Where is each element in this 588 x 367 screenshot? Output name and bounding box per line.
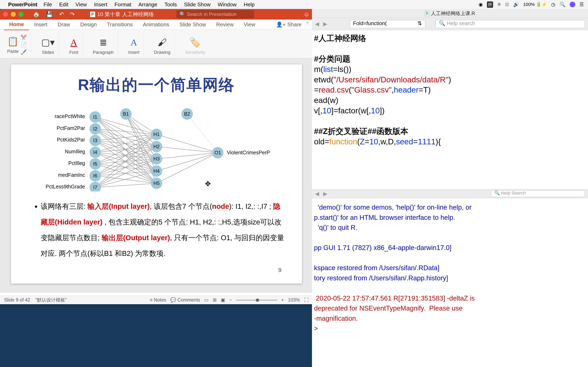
slide-area[interactable]: R输出的一个简单网络 racePctWhite PctFam2Par PctKi…	[0, 58, 313, 293]
zoom-in[interactable]: +	[281, 297, 284, 303]
back-icon[interactable]: ◀	[315, 21, 319, 27]
tab-view[interactable]: View	[239, 19, 260, 30]
input-label-5: medFamInc	[58, 172, 85, 178]
r-code-editor[interactable]: #人工神经网络 #分类问题 m(list=ls()) etwd("/Users/…	[312, 30, 588, 189]
drawing-icon[interactable]: 🖌	[158, 37, 167, 48]
share-button[interactable]: 👤+ Share ˄	[276, 21, 309, 28]
view-normal-icon[interactable]: ▭	[204, 297, 209, 303]
insert-icon[interactable]: A	[130, 37, 137, 48]
neural-network-diagram: racePctWhite PctFam2Par PctKids2Par NumI…	[28, 104, 285, 192]
input-nodes: I1 I2 I3 I4 I5 I6 I7	[89, 111, 101, 192]
font-icon[interactable]: A	[70, 37, 77, 48]
menu-window[interactable]: Window	[218, 1, 236, 8]
tab-design[interactable]: Design	[75, 19, 102, 30]
bluetooth-icon[interactable]: ✱	[497, 2, 501, 7]
help-search-input[interactable]: 🔍 Help search	[435, 20, 585, 28]
wifi-icon[interactable]: ◉᷁	[505, 2, 509, 7]
copy-icon[interactable]: 📄	[21, 42, 27, 48]
tab-insert[interactable]: Insert	[29, 19, 52, 30]
clock-icon[interactable]: ◷	[551, 2, 555, 7]
r-editor-window: R 人工神经网络上课.R ◀ ▶ Fold=function(⇅ 🔍 Help …	[312, 9, 588, 367]
ppt-statusbar: Slide 9 of 42 "默认设计模板" ≡ Notes 💬 Comment…	[0, 296, 313, 304]
paste-icon[interactable]: 📋	[7, 36, 18, 47]
slides-label: Slides	[42, 50, 54, 55]
spotlight-icon[interactable]: 🔍	[559, 2, 566, 7]
document-title: P 10 第十章 人工神经网络	[90, 11, 154, 18]
svg-line-43	[156, 153, 218, 171]
menubar-right-icons: ◉ 拼 ✱ ◉᷁ 🔊 100% 🔋⚡ ◷ 🔍 ☰	[479, 1, 584, 8]
menu-file[interactable]: File	[43, 1, 52, 8]
zoom-slider[interactable]	[236, 300, 277, 300]
menu-insert[interactable]: Insert	[94, 1, 107, 8]
input-label-0: racePctWhite	[54, 113, 85, 119]
function-selector[interactable]: Fold=function(⇅	[350, 20, 425, 28]
slide-title: R输出的一个简单网络	[28, 75, 285, 96]
search-input[interactable]: 🔍 Search in Presentation	[176, 10, 254, 18]
document-title-text: 10 第十章 人工神经网络	[97, 11, 154, 18]
menu-slideshow[interactable]: Slide Show	[184, 1, 210, 8]
menu-edit[interactable]: Edit	[59, 1, 68, 8]
control-center-icon[interactable]: ☰	[579, 2, 584, 7]
output-label: ViolentCrimesPerP	[227, 150, 270, 155]
tab-home[interactable]: Home	[4, 19, 29, 30]
menu-format[interactable]: Format	[114, 1, 131, 8]
tab-slideshow[interactable]: Slide Show	[174, 19, 211, 30]
battery-status[interactable]: 100% 🔋⚡	[523, 2, 547, 7]
r-doc-name: 人工神经网络上课.R	[431, 10, 475, 17]
paragraph-label: Paragraph	[93, 50, 114, 55]
menu-view[interactable]: View	[76, 1, 87, 8]
ppt-titlebar: 🏠 💾 ↶ ↷ P 10 第十章 人工神经网络 🔍 Search in Pres…	[0, 9, 313, 20]
undo-icon[interactable]: ↶	[59, 11, 64, 18]
node-o1: O1	[214, 150, 221, 155]
minimize-button[interactable]	[11, 12, 16, 17]
tab-animations[interactable]: Animations	[138, 19, 174, 30]
console-forward-icon[interactable]: ▶	[323, 191, 327, 197]
fit-to-window-icon[interactable]: ⛶	[304, 297, 309, 303]
record-icon[interactable]: ◉	[479, 2, 483, 7]
home-icon[interactable]: 🏠	[33, 11, 40, 18]
redo-icon[interactable]: ↷	[70, 11, 75, 18]
console-back-icon[interactable]: ◀	[315, 191, 319, 197]
tab-draw[interactable]: Draw	[52, 19, 75, 30]
input-label-4: PctIlleg	[68, 160, 85, 166]
new-slide-icon[interactable]: ▢▾	[41, 37, 55, 48]
menu-tools[interactable]: Tools	[164, 1, 177, 8]
powerpoint-window: 🏠 💾 ↶ ↷ P 10 第十章 人工神经网络 🔍 Search in Pres…	[0, 9, 313, 304]
siri-icon[interactable]	[570, 2, 575, 7]
input-label-1: PctFam2Par	[57, 125, 85, 131]
forward-icon[interactable]: ▶	[323, 21, 327, 27]
view-sorter-icon[interactable]: ⊞	[213, 297, 217, 303]
menu-arrange[interactable]: Arrange	[138, 1, 157, 8]
zoom-value[interactable]: 103%	[288, 297, 300, 303]
template-name: "默认设计模板"	[35, 297, 67, 303]
ppt-doc-icon: P	[90, 12, 95, 17]
input-label-3: NumIlleg	[65, 149, 85, 154]
tab-review[interactable]: Review	[211, 19, 239, 30]
console-help-search[interactable]: 🔍 Help Search	[491, 190, 585, 197]
format-painter-icon[interactable]: 🖌️	[21, 49, 27, 55]
svg-line-45	[187, 114, 218, 153]
current-app-name[interactable]: PowerPoint	[8, 1, 37, 8]
notes-toggle[interactable]: ≡ Notes	[150, 297, 166, 303]
svg-line-41	[156, 147, 218, 153]
view-reading-icon[interactable]: ▣	[221, 297, 225, 303]
menu-help[interactable]: Help	[244, 1, 255, 8]
zoom-out[interactable]: −	[229, 297, 232, 303]
r-file-icon: R	[425, 11, 429, 16]
comments-toggle[interactable]: 💬 Comments	[170, 297, 200, 303]
drawing-label: Drawing	[154, 50, 171, 55]
slide-canvas[interactable]: R输出的一个简单网络 racePctWhite PctFam2Par PctKi…	[11, 64, 302, 284]
feedback-icon[interactable]: ☺	[303, 11, 310, 18]
r-console[interactable]: 'demo()' for some demos, 'help()' for on…	[312, 198, 588, 338]
tab-transitions[interactable]: Transitions	[102, 19, 138, 30]
close-button[interactable]	[3, 12, 8, 17]
volume-icon[interactable]: 🔊	[513, 2, 519, 7]
input-method-icon[interactable]: 拼	[487, 1, 493, 8]
mac-menubar: PowerPoint File Edit View Insert Format …	[0, 0, 588, 9]
paragraph-icon[interactable]: ≣	[99, 37, 107, 48]
sensitivity-icon[interactable]: 🏷️	[189, 37, 201, 48]
save-icon[interactable]: 💾	[46, 11, 53, 18]
window-controls	[3, 12, 24, 17]
maximize-button[interactable]	[18, 12, 24, 17]
cut-icon[interactable]: ✂️	[21, 35, 27, 40]
